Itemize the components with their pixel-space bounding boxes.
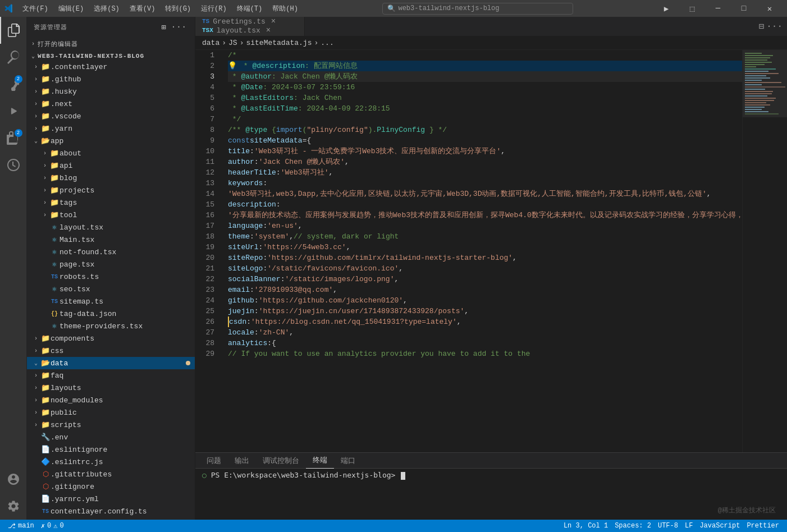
panel-tab-terminal[interactable]: 终端: [306, 453, 334, 469]
maximize-button[interactable]: □: [731, 0, 757, 17]
tree-item-theme-providers-tsx[interactable]: ⚛theme-providers.tsx: [27, 320, 195, 332]
tree-item--eslintignore[interactable]: 📄.eslintignore: [27, 443, 195, 456]
tree-item-tags[interactable]: ›📁tags: [27, 196, 195, 209]
explorer-activity-icon[interactable]: [0, 17, 27, 44]
breadcrumb-symbol: ...: [321, 39, 333, 47]
menu-goto[interactable]: 转到(G): [161, 3, 195, 15]
account-activity-icon[interactable]: [0, 466, 27, 493]
settings-activity-icon[interactable]: [0, 493, 27, 520]
menu-run[interactable]: 运行(R): [196, 3, 231, 15]
tree-item--yarnrc-yml[interactable]: 📄.yarnrc.yml: [27, 493, 195, 505]
project-title[interactable]: ⌄ WEB3-TAILWIND-NEXTJS-BLOG: [27, 52, 195, 61]
code-line-16: '分享最新的技术动态、应用案例与发展趋势，推动Web3技术的普及和应用创新，探寻…: [228, 210, 742, 221]
more-actions-icon[interactable]: ···: [766, 21, 783, 31]
status-encoding[interactable]: UTF-8: [655, 520, 681, 532]
menu-file[interactable]: 文件(F): [18, 3, 53, 15]
search-wrap[interactable]: 🔍 web3-tailwind-nextjs-blog: [382, 3, 573, 15]
tree-item-api[interactable]: ›📁api: [27, 159, 195, 172]
tree-item-faq[interactable]: ›📁faq: [27, 369, 195, 382]
svg-rect-29: [743, 50, 787, 117]
status-formatter[interactable]: Prettier: [743, 520, 783, 532]
status-error-count: 0: [47, 522, 51, 530]
tree-item-tag-data-json[interactable]: {}tag-data.json: [27, 308, 195, 320]
tree-item-not-found-tsx[interactable]: ⚛not-found.tsx: [27, 246, 195, 258]
line-number-27: 27: [195, 327, 219, 338]
tree-item-robots-ts[interactable]: TSrobots.ts: [27, 270, 195, 283]
sidebar-header-icons: ⊞ ···: [160, 21, 188, 33]
tree-item--contentlayer[interactable]: ›📁.contentlayer: [27, 61, 195, 73]
tree-item-page-tsx[interactable]: ⚛page.tsx: [27, 258, 195, 270]
code-line-10: title: 'Web3研习社 - 一站式免费学习Web3技术、应用与创新的交流…: [228, 146, 742, 157]
line-number-16: 16: [195, 210, 219, 221]
source-control-activity-icon[interactable]: 2: [0, 71, 27, 98]
layout-button[interactable]: ⬚: [679, 0, 705, 17]
menu-edit[interactable]: 编辑(E): [54, 3, 89, 15]
tree-item-seo-tsx[interactable]: ⚛seo.tsx: [27, 283, 195, 295]
status-branch[interactable]: ⎇ main: [4, 520, 38, 532]
panel-tab-problems[interactable]: 问题: [200, 453, 228, 469]
tree-item-sitemap-ts[interactable]: TSsitemap.ts: [27, 295, 195, 308]
tree-item-projects[interactable]: ›📁projects: [27, 184, 195, 196]
debug-button[interactable]: ▶: [653, 0, 679, 17]
line-number-11: 11: [195, 157, 219, 167]
tree-item-data[interactable]: ⌄📂data: [27, 357, 195, 369]
tab-greetings-ts[interactable]: TS Greetings.ts×: [195, 17, 305, 26]
tree-item--husky[interactable]: ›📁.husky: [27, 85, 195, 98]
tree-item-main-tsx[interactable]: ⚛Main.tsx: [27, 233, 195, 246]
tree-item-node-modules[interactable]: ›📁node_modules: [27, 394, 195, 406]
search-activity-icon[interactable]: [0, 44, 27, 71]
tree-item-css[interactable]: ›📁css: [27, 345, 195, 357]
line-number-1: 1: [195, 50, 219, 61]
extensions-activity-icon[interactable]: 2: [0, 125, 27, 152]
tree-item-public[interactable]: ›📁public: [27, 406, 195, 419]
tree-item--github[interactable]: ›📁.github: [27, 73, 195, 85]
lightbulb-icon[interactable]: 💡: [228, 61, 237, 71]
tree-item-about[interactable]: ›📁about: [27, 147, 195, 159]
tree-item-app[interactable]: ⌄📂app: [27, 135, 195, 147]
run-activity-icon[interactable]: [0, 98, 27, 125]
split-editor-icon[interactable]: ⊟: [759, 21, 765, 32]
tree-item-scripts[interactable]: ›📁scripts: [27, 419, 195, 431]
panel-tab-ports[interactable]: 端口: [334, 453, 362, 469]
code-line-13: keywords:: [228, 178, 742, 189]
tree-item--eslintrc-js[interactable]: 🔷.eslintrc.js: [27, 456, 195, 468]
tree-item--env[interactable]: 🔧.env: [27, 431, 195, 443]
minimize-button[interactable]: ─: [705, 0, 731, 17]
remote-activity-icon[interactable]: [0, 152, 27, 178]
menu-terminal[interactable]: 终端(T): [232, 3, 267, 15]
tree-item-components[interactable]: ›📁components: [27, 332, 195, 345]
tree-item-blog[interactable]: ›📁blog: [27, 172, 195, 184]
line-number-21: 21: [195, 263, 219, 274]
panel-tab-debug[interactable]: 调试控制台: [256, 453, 306, 469]
tree-item-layout-tsx[interactable]: ⚛layout.tsx: [27, 221, 195, 233]
status-ln-col[interactable]: Ln 3, Col 1: [560, 520, 611, 532]
menu-select[interactable]: 选择(S): [89, 3, 124, 15]
status-errors[interactable]: ✗ 0 ⚠ 0: [38, 520, 67, 532]
status-right: Ln 3, Col 1 Spaces: 2 UTF-8 LF JavaScrip…: [560, 520, 783, 532]
code-line-14: 'Web3研习社,web3,Dapp,去中心化应用,区块链,以太坊,元宇宙,We…: [228, 189, 742, 199]
panel-tab-output[interactable]: 输出: [228, 453, 256, 469]
status-spaces[interactable]: Spaces: 2: [611, 520, 655, 532]
close-button[interactable]: ✕: [757, 0, 783, 17]
tab-layout-tsx[interactable]: TSX layout.tsx×: [195, 26, 305, 35]
code-line-2: 💡 * @description: 配置网站信息: [228, 61, 742, 71]
more-icon[interactable]: ···: [170, 21, 188, 33]
new-file-icon[interactable]: ⊞: [160, 21, 167, 33]
tree-item--gitattributes[interactable]: ⬡.gitattributes: [27, 468, 195, 480]
open-editors-title[interactable]: › 打开的编辑器: [27, 39, 195, 49]
status-eol[interactable]: LF: [681, 520, 696, 532]
tree-item--next[interactable]: ›📁.next: [27, 98, 195, 110]
tab-close-icon[interactable]: ×: [266, 26, 271, 35]
tree-item--vscode[interactable]: ›📁.vscode: [27, 110, 195, 122]
tree-item-layouts[interactable]: ›📁layouts: [27, 382, 195, 394]
sidebar-content: › 打开的编辑器 ⌄ WEB3-TAILWIND-NEXTJS-BLOG ›📁.…: [27, 38, 195, 520]
tree-item--yarn[interactable]: ›📁.yarn: [27, 122, 195, 135]
code-area[interactable]: /*💡 * @description: 配置网站信息 * @author: Ja…: [223, 50, 742, 452]
tree-item--gitignore[interactable]: ⬡.gitignore: [27, 480, 195, 493]
tree-item-contentlayer-config-ts[interactable]: TScontentlayer.config.ts: [27, 505, 195, 517]
menu-help[interactable]: 帮助(H): [268, 3, 303, 15]
tab-close-icon[interactable]: ×: [271, 17, 276, 26]
status-language[interactable]: JavaScript: [696, 520, 743, 532]
tree-item-tool[interactable]: ›📁tool: [27, 209, 195, 221]
menu-view[interactable]: 查看(V): [125, 3, 160, 15]
